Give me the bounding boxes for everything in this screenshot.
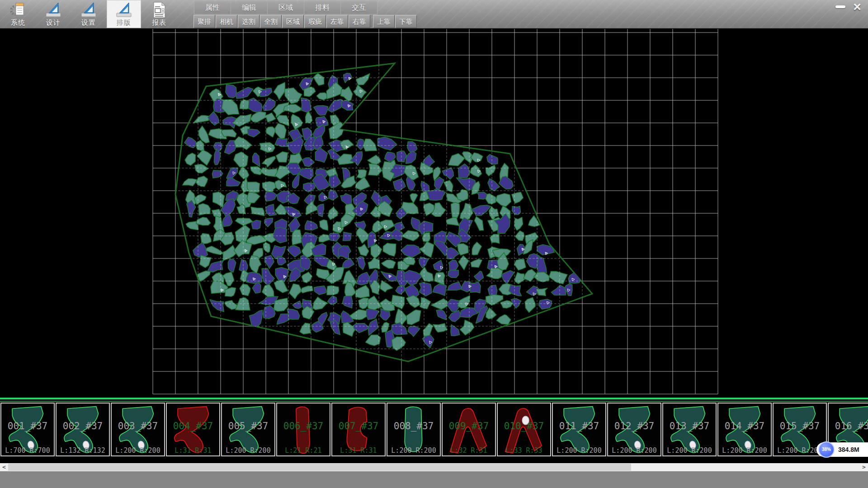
nav-label-layout: 排版 [107, 19, 141, 27]
tool-align-left[interactable]: 左靠 [326, 15, 348, 28]
piece-count-label: L:200 R:200 [112, 446, 164, 455]
piece-id: 006_#37 [277, 421, 330, 432]
tab-properties[interactable]: 属性 [194, 1, 231, 14]
piece-id: 008_#37 [387, 421, 440, 432]
menu-tabbar: 属性 编辑 区域 排料 交互 [194, 1, 377, 14]
layout-setsquare-icon [116, 1, 132, 19]
piece-thumbnail-strip: 001_#37L:700 R:700002_#37L:132 R:132003_… [0, 398, 868, 457]
piece-id: 012_#37 [608, 421, 660, 432]
piece-count-label: L:32 R:31 [443, 446, 495, 455]
piece-count-label: L:200 R:200 [387, 446, 440, 455]
scroll-left-arrow[interactable]: < [0, 463, 8, 471]
thumbnail-cell[interactable]: 010_#37L:33 R:33 [497, 403, 551, 456]
piece-id: 009_#37 [443, 421, 495, 432]
thumbnail-cells: 001_#37L:700 R:700002_#37L:132 R:132003_… [0, 402, 868, 457]
piece-count-label: L:31 R:31 [332, 446, 385, 455]
tool-cluster-nest[interactable]: 聚排 [193, 15, 215, 28]
nav-button-settings[interactable]: 设置 [71, 0, 106, 28]
nesting-canvas-area[interactable] [0, 28, 868, 398]
piece-count-label: L:700 R:700 [1, 446, 54, 455]
titlebar: 系统 设计 设置 排版 [0, 0, 868, 28]
nav-button-design[interactable]: 设计 [36, 0, 71, 28]
piece-count-label: L:31 R:31 [167, 446, 219, 455]
report-document-icon [151, 1, 167, 19]
thumbnail-cell[interactable]: 012_#37L:200 R:200 [607, 403, 661, 456]
piece-id: 016_#37 [829, 421, 868, 432]
progress-circle: 38% [818, 441, 835, 458]
strip-gap [0, 457, 868, 463]
piece-count-label: L:33 R:33 [498, 446, 550, 455]
tab-region[interactable]: 区域 [267, 1, 304, 14]
memory-size-label: 384.8M [838, 442, 859, 457]
design-setsquare-icon [45, 1, 61, 19]
thumbnail-cell[interactable]: 014_#37L:200 R:200 [717, 403, 772, 456]
thumbnail-cell[interactable]: 006_#37L:21 R:21 [276, 403, 330, 456]
tool-cut-all[interactable]: 全割 [260, 15, 282, 28]
close-button[interactable]: × [849, 0, 865, 14]
tab-nesting[interactable]: 排料 [304, 1, 341, 14]
statusbar [0, 471, 868, 488]
nav-label-design: 设计 [36, 19, 71, 27]
system-gear-icon [10, 1, 26, 19]
tool-camera[interactable]: 相机 [216, 15, 237, 28]
piece-id: 005_#37 [222, 421, 274, 432]
thumbnail-cell[interactable]: 009_#37L:32 R:31 [442, 403, 496, 456]
thumbnail-cell[interactable]: 005_#37L:200 R:200 [221, 403, 275, 456]
piece-count-label: L:200 R:200 [222, 446, 274, 455]
tool-defect[interactable]: 瑕疵 [304, 15, 326, 28]
piece-id: 011_#37 [553, 421, 605, 432]
thumbnail-cell[interactable]: 004_#37L:31 R:31 [166, 403, 220, 456]
piece-id: 002_#37 [57, 421, 109, 432]
strip-top-line-2 [0, 401, 868, 402]
tab-edit[interactable]: 编辑 [231, 1, 268, 14]
nav-label-system: 系统 [1, 19, 35, 27]
piece-count-label: L:200 R:200 [553, 446, 605, 455]
scroll-right-arrow[interactable]: > [860, 463, 868, 471]
nesting-canvas[interactable] [0, 28, 868, 398]
minimize-icon [835, 5, 845, 8]
toolbar: 聚排 相机 选割 全割 区域 瑕疵 左靠 右靠 上靠 下靠 [193, 15, 417, 27]
tool-select-cut[interactable]: 选割 [238, 15, 259, 28]
thumbnail-cell[interactable]: 002_#37L:132 R:132 [56, 403, 110, 456]
scrollbar-thumb[interactable] [8, 464, 631, 471]
thumbnail-cell[interactable]: 007_#37L:31 R:31 [331, 403, 386, 456]
nav-label-report: 报表 [142, 19, 176, 27]
tool-align-right[interactable]: 右靠 [349, 15, 370, 28]
thumbnail-cell[interactable]: 003_#37L:200 R:200 [111, 403, 165, 456]
piece-id: 013_#37 [663, 421, 716, 432]
piece-id: 004_#37 [167, 421, 219, 432]
nav-label-settings: 设置 [71, 19, 106, 27]
nav-button-report[interactable]: 报表 [142, 0, 176, 28]
piece-id: 001_#37 [1, 421, 54, 432]
piece-id: 010_#37 [498, 421, 550, 432]
tab-interact[interactable]: 交互 [340, 1, 377, 14]
thumbnail-cell[interactable]: 011_#37L:200 R:200 [552, 403, 606, 456]
thumbnail-cell[interactable]: 013_#37L:200 R:200 [662, 403, 717, 456]
piece-count-label: L:21 R:21 [277, 446, 330, 455]
piece-id: 014_#37 [718, 421, 771, 432]
settings-setsquare-icon [80, 1, 97, 19]
tool-align-bottom[interactable]: 下靠 [395, 15, 417, 28]
tool-align-top[interactable]: 上靠 [373, 15, 395, 28]
nav-button-system[interactable]: 系统 [1, 0, 35, 28]
memory-progress-badge[interactable]: 38% 384.8M [816, 442, 868, 457]
tool-region[interactable]: 区域 [282, 15, 304, 28]
horizontal-scrollbar[interactable]: < > [0, 463, 868, 471]
minimize-button[interactable] [833, 0, 848, 12]
piece-id: 015_#37 [774, 421, 826, 432]
nav-button-layout[interactable]: 排版 [107, 0, 141, 28]
piece-id: 007_#37 [332, 421, 385, 432]
piece-count-label: L:200 R:200 [718, 446, 771, 455]
thumbnail-cell[interactable]: 001_#37L:700 R:700 [0, 403, 55, 456]
piece-count-label: L:200 R:200 [608, 446, 660, 455]
piece-count-label: L:200 R:200 [663, 446, 716, 455]
piece-id: 003_#37 [112, 421, 164, 432]
piece-count-label: L:132 R:132 [57, 446, 109, 455]
thumbnail-cell[interactable]: 008_#37L:200 R:200 [387, 403, 441, 456]
